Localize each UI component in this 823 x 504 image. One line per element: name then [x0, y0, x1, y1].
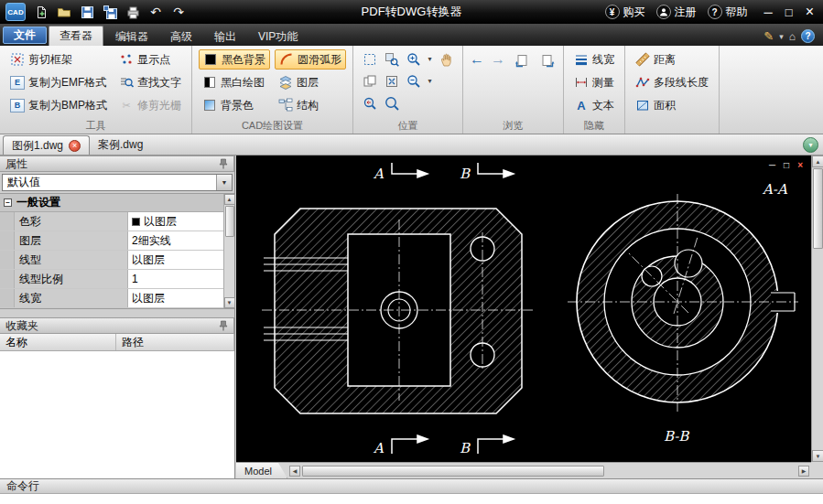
model-tab[interactable]: Model [236, 463, 287, 478]
copy-view-button[interactable] [360, 71, 379, 91]
column-path[interactable]: 路径 [116, 334, 234, 350]
pencil-icon[interactable]: ✎ [763, 29, 774, 43]
zoom-previous-button[interactable] [360, 93, 379, 113]
distance-button[interactable]: 距离 [632, 49, 712, 70]
save-all-button[interactable] [100, 3, 120, 21]
maximize-button[interactable]: □ [785, 5, 793, 19]
tab-list-dropdown-button[interactable]: ▾ [803, 137, 818, 153]
redo-button[interactable]: ↷ [168, 3, 189, 21]
background-color-button[interactable]: 背景色 [199, 95, 270, 115]
pencil-dropdown-icon[interactable]: ▾ [779, 32, 784, 41]
property-value[interactable]: 2细实线 [128, 231, 223, 250]
scroll-up-icon[interactable]: ▲ [812, 155, 823, 167]
pin-icon[interactable] [219, 158, 228, 169]
tab-advanced[interactable]: 高级 [160, 27, 202, 46]
trim-raster-icon: ✂ [119, 98, 134, 113]
bw-drawing-button[interactable]: 黑白绘图 [199, 72, 270, 92]
find-text-button[interactable]: 查找文字 [115, 72, 185, 92]
collapse-icon[interactable]: − [4, 198, 12, 207]
column-name[interactable]: 名称 [0, 334, 116, 350]
zoom-window-button[interactable] [382, 49, 401, 69]
canvas-horizontal-scrollbar[interactable]: ◀ ▶ [287, 463, 811, 478]
scroll-right-icon[interactable]: ▶ [798, 466, 809, 477]
undo-button[interactable]: ↶ [146, 3, 166, 21]
measure-button[interactable]: 测量 [570, 72, 618, 92]
zoom-out-button[interactable] [404, 71, 423, 91]
zoom-in-dropdown-icon[interactable]: ▾ [426, 55, 434, 63]
background-color-icon [202, 98, 217, 113]
tab-file[interactable]: 文件 [3, 27, 47, 44]
black-background-button[interactable]: 黑色背景 [199, 49, 270, 70]
layers-button[interactable]: 图层 [275, 72, 346, 92]
command-line-input-area[interactable] [0, 494, 823, 504]
command-line-header[interactable]: 命令行 [0, 479, 823, 494]
register-button[interactable]: 注册 [656, 5, 697, 20]
tab-viewer[interactable]: 查看器 [49, 26, 103, 46]
pan-button[interactable] [437, 49, 456, 69]
help-button[interactable]: ? 帮助 [708, 5, 748, 20]
scroll-down-icon[interactable]: ▼ [812, 450, 823, 462]
canvas-vertical-scrollbar[interactable]: ▲ ▼ [811, 155, 823, 462]
zoom-out-dropdown-icon[interactable]: ▾ [426, 77, 434, 85]
buy-button[interactable]: ¥ 购买 [605, 5, 645, 20]
layers-icon [278, 75, 293, 90]
line-width-button[interactable]: 线宽 [570, 49, 618, 70]
previous-view-button[interactable] [512, 51, 531, 70]
minimize-button[interactable]: ─ [764, 5, 773, 19]
scrollbar-thumb[interactable] [225, 206, 234, 237]
zoom-extents-button[interactable] [382, 71, 401, 91]
tab-output[interactable]: 输出 [204, 27, 246, 46]
property-value[interactable]: 以图层 [128, 289, 223, 307]
show-points-button[interactable]: 显示点 [115, 49, 185, 70]
text-button[interactable]: A 文本 [570, 95, 618, 115]
polyline-length-button[interactable]: 多段线长度 [632, 72, 712, 92]
tab-close-icon[interactable]: × [69, 140, 81, 152]
scroll-up-icon[interactable]: ▲ [224, 194, 235, 205]
smooth-arc-button[interactable]: 圆滑弧形 [275, 49, 346, 70]
doc-tab-2[interactable]: 案例.dwg [90, 135, 151, 155]
pin-icon[interactable] [219, 320, 228, 331]
measure-icon [574, 75, 589, 90]
forward-button[interactable]: → [491, 51, 505, 68]
select-window-button[interactable] [360, 49, 379, 69]
property-set-combobox[interactable]: 默认值 ▼ [2, 174, 233, 191]
area-button[interactable]: 面积 [632, 95, 712, 115]
property-value[interactable]: 以图层 [128, 212, 223, 231]
tab-editor[interactable]: 编辑器 [105, 27, 158, 46]
save-button[interactable] [77, 3, 97, 21]
zoom-in-button[interactable] [404, 49, 423, 69]
doc-tab-1[interactable]: 图例1.dwg × [3, 135, 90, 155]
open-file-button[interactable] [54, 3, 74, 21]
new-file-button[interactable] [31, 3, 51, 21]
property-value[interactable]: 1 [128, 270, 223, 288]
scroll-down-icon[interactable]: ▼ [224, 297, 235, 308]
mdi-minimize-button[interactable]: ─ [769, 160, 775, 170]
print-button[interactable] [123, 3, 143, 21]
close-button[interactable]: × [806, 4, 814, 20]
structure-button[interactable]: 结构 [275, 95, 346, 115]
zoom-all-button[interactable] [382, 93, 401, 113]
copy-emf-button[interactable]: E 复制为EMF格式 [6, 72, 111, 92]
category-row[interactable]: − 一般设置 [0, 194, 223, 212]
next-view-button[interactable] [537, 51, 557, 70]
scrollbar-corner [811, 462, 823, 478]
back-button[interactable]: ← [470, 51, 484, 68]
combo-dropdown-icon[interactable]: ▼ [216, 175, 232, 190]
ribbon-help-icon[interactable]: ? [801, 29, 815, 43]
scrollbar-thumb[interactable] [302, 466, 604, 477]
scrollbar-thumb[interactable] [813, 168, 823, 249]
mdi-restore-button[interactable]: □ [784, 160, 789, 170]
cut-frame-button[interactable]: 剪切框架 [6, 49, 111, 70]
copy-bmp-button[interactable]: B 复制为BMP格式 [6, 95, 111, 115]
titlebar: PDF转DWG转换器 CAD ↶ ↷ ¥ 购买 [0, 0, 823, 24]
ribbon-group-tools: 剪切框架 E 复制为EMF格式 B 复制为BMP格式 [0, 46, 192, 134]
mdi-close-button[interactable]: × [797, 160, 803, 170]
scroll-left-icon[interactable]: ◀ [289, 466, 300, 477]
property-value[interactable]: 以图层 [128, 251, 223, 269]
pan-hand-icon [439, 52, 454, 67]
drawing-viewport[interactable]: ─ □ × [236, 155, 823, 478]
tab-vip[interactable]: VIP功能 [248, 27, 308, 46]
favorites-list[interactable] [0, 351, 234, 478]
property-grid-scrollbar[interactable]: ▲ ▼ [223, 194, 234, 308]
home-icon[interactable]: ⌂ [789, 30, 796, 43]
